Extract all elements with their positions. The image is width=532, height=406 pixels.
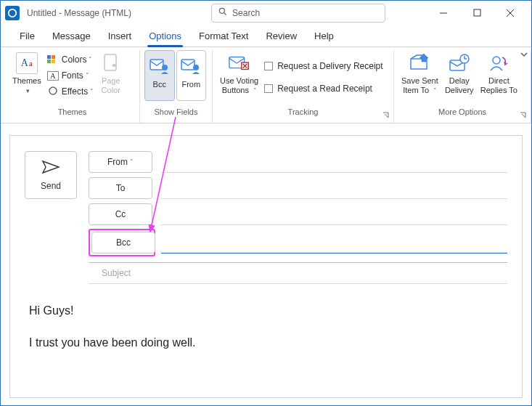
svg-rect-12: [105, 54, 116, 70]
send-button[interactable]: Send: [25, 151, 77, 199]
ribbon-group-themes: Aa Themes▾ Colors˅ A Fonts˅: [5, 50, 140, 123]
menu-bar: File Message Insert Options Format Text …: [1, 25, 531, 47]
themes-icon: Aa: [16, 52, 38, 74]
request-read-receipt-checkbox[interactable]: Request a Read Receipt: [261, 81, 385, 97]
effects-icon: [47, 86, 59, 98]
subject-field[interactable]: Subject: [89, 262, 507, 284]
fonts-icon: A: [47, 71, 59, 81]
delay-delivery-button[interactable]: Delay Delivery: [441, 50, 478, 104]
menu-message[interactable]: Message: [44, 26, 99, 46]
message-body[interactable]: Hi Guys! I trust you have been doing wel…: [25, 284, 507, 382]
save-sent-icon: [408, 52, 431, 75]
body-line: I trust you have been doing well.: [29, 333, 503, 352]
svg-rect-13: [150, 60, 163, 70]
svg-point-11: [49, 87, 57, 94]
close-button[interactable]: [494, 2, 527, 24]
colors-button[interactable]: Colors˅: [44, 52, 95, 68]
outlook-app-icon: [5, 6, 20, 20]
chevron-down-icon: ˅: [130, 158, 134, 166]
bcc-toggle-button[interactable]: Bcc: [144, 50, 175, 101]
bcc-field[interactable]: [161, 232, 507, 253]
menu-insert[interactable]: Insert: [99, 26, 141, 46]
svg-point-0: [9, 9, 17, 17]
menu-format-text[interactable]: Format Text: [190, 26, 257, 46]
window-controls: [427, 2, 527, 24]
svg-rect-9: [47, 60, 51, 63]
from-toggle-button[interactable]: From: [176, 50, 207, 101]
bcc-icon: [149, 54, 171, 77]
menu-options[interactable]: Options: [140, 26, 190, 46]
to-field[interactable]: [161, 177, 507, 199]
request-delivery-receipt-checkbox[interactable]: Request a Delivery Receipt: [261, 58, 385, 74]
svg-rect-10: [52, 60, 55, 63]
body-line: Hi Guys!: [29, 301, 503, 320]
ribbon-options-caret[interactable]: [520, 50, 528, 61]
menu-review[interactable]: Review: [257, 26, 306, 46]
search-placeholder: Search: [232, 8, 260, 18]
svg-rect-8: [52, 55, 55, 59]
svg-rect-4: [474, 9, 480, 16]
more-options-dialog-launcher[interactable]: [518, 110, 528, 121]
window-title: Untitled - Message (HTML): [27, 8, 131, 18]
checkbox-icon: [264, 62, 273, 70]
minimize-button[interactable]: [427, 2, 460, 24]
ribbon-group-tracking: Use Voting Buttons ˅ Request a Delivery …: [213, 50, 394, 123]
svg-rect-15: [181, 60, 195, 70]
svg-point-16: [193, 65, 199, 70]
ribbon-group-more-options: Save Sent Item To ˅ Delay Delivery Direc…: [394, 50, 531, 123]
page-color-icon: [99, 52, 123, 75]
title-bar: Untitled - Message (HTML) Search: [1, 1, 531, 25]
use-voting-buttons[interactable]: Use Voting Buttons ˅: [217, 50, 261, 104]
colors-icon: [47, 54, 59, 66]
menu-file[interactable]: File: [11, 26, 44, 46]
tracking-dialog-launcher[interactable]: [381, 110, 391, 121]
page-color-button[interactable]: Page Color: [95, 50, 127, 104]
fonts-button[interactable]: A Fonts˅: [44, 68, 95, 84]
bcc-highlight: Bcc: [89, 229, 155, 256]
svg-rect-7: [47, 55, 51, 59]
bcc-button[interactable]: Bcc: [91, 232, 155, 253]
ribbon: Aa Themes▾ Colors˅ A Fonts˅: [1, 47, 531, 123]
compose-pane: Send From ˅ To Cc Bcc Subject Hi Guys! I…: [9, 135, 523, 398]
svg-line-2: [224, 13, 226, 15]
from-field[interactable]: [161, 151, 507, 173]
save-sent-item-to-button[interactable]: Save Sent Item To ˅: [398, 50, 441, 104]
svg-point-14: [162, 65, 168, 70]
cc-field[interactable]: [161, 203, 507, 225]
themes-button[interactable]: Aa Themes▾: [9, 50, 44, 104]
effects-button[interactable]: Effects˅: [44, 84, 95, 100]
from-button[interactable]: From ˅: [89, 151, 152, 173]
from-icon: [180, 54, 202, 77]
send-icon: [41, 160, 60, 176]
cc-button[interactable]: Cc: [89, 203, 152, 225]
direct-replies-to-button[interactable]: Direct Replies To: [478, 50, 520, 104]
direct-replies-icon: [487, 52, 510, 75]
delay-delivery-icon: [448, 52, 471, 75]
menu-help[interactable]: Help: [306, 26, 343, 46]
ribbon-group-show-fields: Bcc From Show Fields: [140, 50, 213, 123]
to-button[interactable]: To: [89, 177, 152, 199]
search-icon: [218, 7, 228, 19]
voting-icon: [228, 52, 251, 75]
checkbox-icon: [264, 84, 273, 93]
svg-point-1: [219, 8, 224, 13]
maximize-button[interactable]: [460, 2, 494, 24]
search-box[interactable]: Search: [211, 4, 385, 23]
svg-point-26: [493, 57, 500, 64]
